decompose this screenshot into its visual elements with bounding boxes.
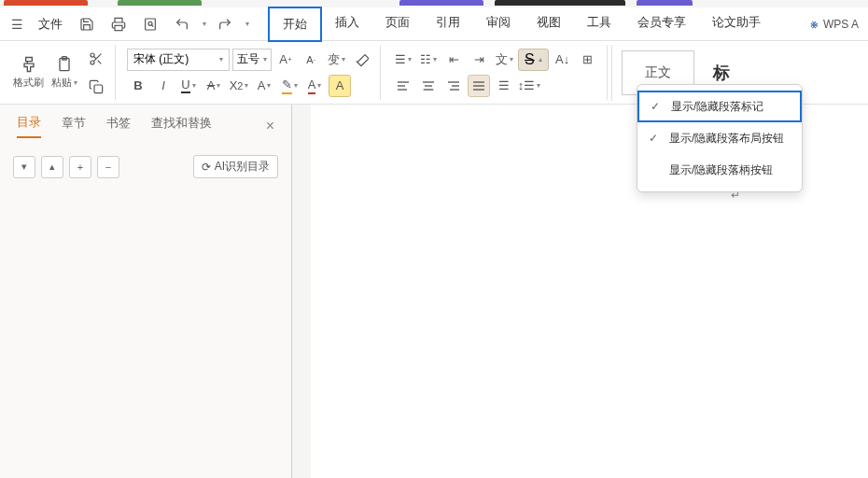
italic-icon[interactable]: I (152, 75, 175, 97)
undo-dropdown[interactable]: ▾ (203, 20, 206, 28)
paragraph-marks-button[interactable]: S▴ (518, 49, 549, 71)
tab-review[interactable]: 审阅 (473, 7, 524, 42)
ai-icon: ⟳ (202, 161, 211, 174)
superscript-icon[interactable]: X2▾ (228, 75, 250, 97)
svg-rect-1 (146, 19, 156, 30)
menu-show-hide-marks[interactable]: ✓ 显示/隐藏段落标记 (637, 91, 802, 122)
menu-show-hide-layout[interactable]: ✓ 显示/隐藏段落布局按钮 (637, 122, 802, 154)
align-justify-icon[interactable] (468, 75, 490, 97)
print-preview-icon[interactable] (137, 11, 163, 37)
tab-reference[interactable]: 引用 (423, 7, 473, 42)
svg-point-7 (91, 61, 94, 64)
tab-thesis[interactable]: 论文助手 (699, 7, 774, 42)
sidebar-tab-findreplace[interactable]: 查找和替换 (151, 115, 212, 137)
check-icon: ✓ (649, 132, 662, 145)
paste-label: 粘贴 (51, 76, 72, 90)
numbered-list-icon[interactable]: ☷▾ (417, 49, 440, 71)
file-menu[interactable]: 文件 (33, 12, 68, 36)
font-name-value: 宋体 (正文) (133, 51, 189, 67)
tab-insert[interactable]: 插入 (322, 7, 372, 42)
sidebar-close-icon[interactable]: × (266, 118, 274, 134)
menu-item-2-label: 显示/隐藏段落布局按钮 (669, 131, 784, 147)
text-direction-icon[interactable]: 文▾ (493, 49, 515, 71)
sidebar-tab-chapter[interactable]: 章节 (62, 115, 86, 137)
paste-button[interactable]: 粘贴▾ (51, 55, 77, 90)
svg-point-6 (91, 53, 94, 57)
format-brush-button[interactable]: 格式刷 (13, 55, 44, 90)
paragraph-marks-dropdown: ✓ 显示/隐藏段落标记 ✓ 显示/隐藏段落布局按钮 显示/隐藏段落柄按钮 (637, 84, 803, 192)
text-effects-icon[interactable]: A▾ (253, 75, 275, 97)
font-name-select[interactable]: 宋体 (正文) ▾ (127, 49, 230, 71)
line-spacing-icon[interactable]: ↕☰▾ (518, 75, 540, 97)
tab-tools[interactable]: 工具 (574, 7, 624, 42)
bullet-list-icon[interactable]: ☰▾ (392, 49, 414, 71)
style-normal-label: 正文 (645, 64, 671, 81)
check-icon: ✓ (651, 100, 664, 113)
ai-toc-label: AI识别目录 (215, 159, 270, 175)
svg-rect-0 (115, 25, 122, 30)
expand-down-icon[interactable]: ▾ (13, 156, 35, 178)
increase-indent-icon[interactable]: ⇥ (468, 49, 490, 71)
sidebar-tab-bookmark[interactable]: 书签 (106, 115, 131, 137)
svg-line-9 (98, 60, 102, 63)
menu-icon[interactable]: ☰ (7, 13, 27, 35)
cut-icon[interactable] (85, 48, 107, 70)
strikethrough-icon[interactable]: A▾ (203, 75, 225, 97)
highlight-color-icon[interactable]: ✎▾ (278, 75, 301, 97)
wps-ai-label: WPS A (823, 18, 859, 31)
font-size-value: 五号 (237, 51, 259, 67)
distribute-icon[interactable]: ☰ (493, 75, 515, 97)
border-icon[interactable]: ⊞ (577, 49, 599, 71)
tab-start[interactable]: 开始 (268, 7, 322, 42)
character-shading-icon[interactable]: A (329, 75, 351, 97)
wps-ai-button[interactable]: ⨳ WPS A (808, 18, 859, 31)
align-right-icon[interactable] (442, 75, 465, 97)
redo-dropdown[interactable]: ▾ (245, 20, 249, 28)
collapse-up-icon[interactable]: ▴ (41, 156, 63, 178)
font-color-icon[interactable]: A▾ (303, 75, 326, 97)
phonetic-icon[interactable]: 变▾ (325, 49, 347, 71)
tab-member[interactable]: 会员专享 (624, 7, 699, 42)
ribbon-tabs: 开始 插入 页面 引用 审阅 视图 工具 会员专享 论文助手 (268, 7, 774, 42)
svg-line-3 (151, 24, 153, 26)
increase-font-icon[interactable]: A+ (274, 49, 297, 71)
ai-toc-button[interactable]: ⟳ AI识别目录 (193, 155, 278, 178)
font-size-select[interactable]: 五号 ▾ (232, 49, 272, 71)
menu-bar: ☰ 文件 ▾ ▾ 开始 插入 页面 引用 审阅 视图 工具 会员专享 论文助手 … (0, 7, 868, 41)
bold-icon[interactable]: B (127, 75, 149, 97)
redo-icon[interactable] (212, 11, 238, 37)
add-icon[interactable]: + (69, 156, 91, 178)
navigation-sidebar: 目录 章节 书签 查找和替换 × ▾ ▴ + − ⟳ AI识别目录 (0, 105, 292, 478)
align-left-icon[interactable] (392, 75, 414, 97)
menu-item-3-label: 显示/隐藏段落柄按钮 (669, 162, 773, 178)
svg-rect-11 (94, 85, 103, 93)
sidebar-tab-toc[interactable]: 目录 (17, 114, 41, 138)
svg-line-10 (93, 56, 96, 59)
tab-page[interactable]: 页面 (372, 7, 423, 42)
menu-item-1-label: 显示/隐藏段落标记 (671, 99, 763, 115)
print-icon[interactable] (105, 11, 132, 37)
underline-icon[interactable]: U▾ (177, 75, 200, 97)
remove-icon[interactable]: − (97, 156, 119, 178)
tab-view[interactable]: 视图 (524, 7, 574, 42)
clear-format-icon[interactable] (350, 49, 372, 71)
save-icon[interactable] (74, 11, 100, 37)
align-center-icon[interactable] (417, 75, 440, 97)
sort-icon[interactable]: A↓ (552, 49, 574, 71)
undo-icon[interactable] (169, 11, 195, 37)
style-heading[interactable]: 标 (713, 62, 730, 84)
decrease-indent-icon[interactable]: ⇤ (442, 49, 465, 71)
format-brush-label: 格式刷 (13, 76, 44, 90)
menu-show-hide-handle[interactable]: 显示/隐藏段落柄按钮 (637, 154, 802, 186)
copy-icon[interactable] (85, 76, 107, 98)
decrease-font-icon[interactable]: A- (300, 49, 322, 71)
wps-ai-icon: ⨳ (808, 18, 819, 31)
